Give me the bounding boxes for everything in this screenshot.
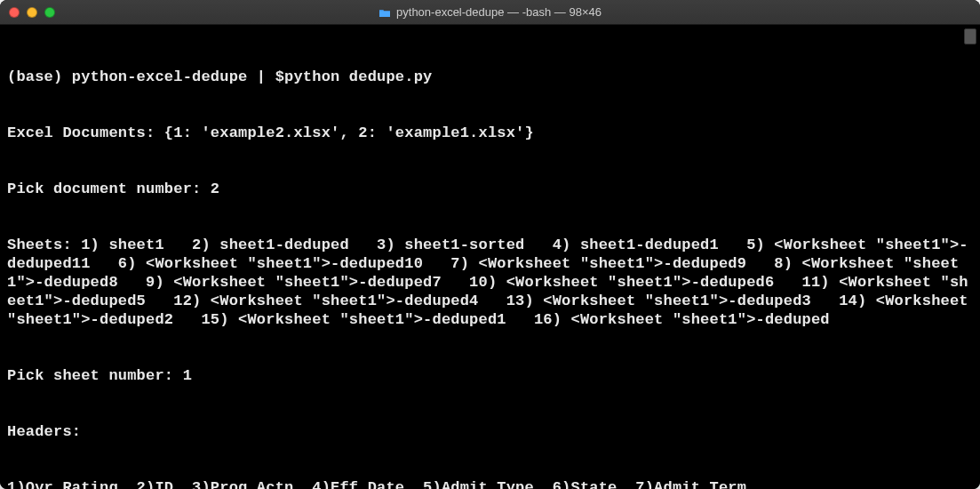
- minimize-icon[interactable]: [27, 7, 37, 18]
- terminal-line: Headers:: [7, 422, 973, 441]
- terminal-line: (base) python-excel-dedupe | $python ded…: [7, 68, 973, 86]
- terminal-line: Excel Documents: {1: 'example2.xlsx', 2:…: [7, 124, 973, 142]
- terminal-line: Pick sheet number: 1: [7, 366, 973, 385]
- window-title: python-excel-dedupe — -bash — 98×46: [396, 5, 602, 19]
- scrollbar-thumb[interactable]: [964, 28, 976, 44]
- terminal-line: Pick document number: 2: [7, 180, 973, 198]
- folder-icon: [378, 7, 391, 17]
- terminal-window: python-excel-dedupe — -bash — 98×46 (bas…: [0, 0, 980, 489]
- close-icon[interactable]: [9, 7, 20, 18]
- terminal-line: Sheets: 1) sheet1 2) sheet1-deduped 3) s…: [7, 236, 973, 329]
- titlebar[interactable]: python-excel-dedupe — -bash — 98×46: [0, 0, 980, 25]
- terminal-body[interactable]: (base) python-excel-dedupe | $python ded…: [0, 25, 980, 489]
- zoom-icon[interactable]: [44, 7, 55, 18]
- terminal-output: (base) python-excel-dedupe | $python ded…: [7, 30, 973, 489]
- traffic-lights: [9, 7, 55, 18]
- window-title-group: python-excel-dedupe — -bash — 98×46: [0, 5, 980, 19]
- terminal-line: 1)Ovr Rating 2)ID 3)Prog Actn 4)Eff Date…: [7, 478, 973, 489]
